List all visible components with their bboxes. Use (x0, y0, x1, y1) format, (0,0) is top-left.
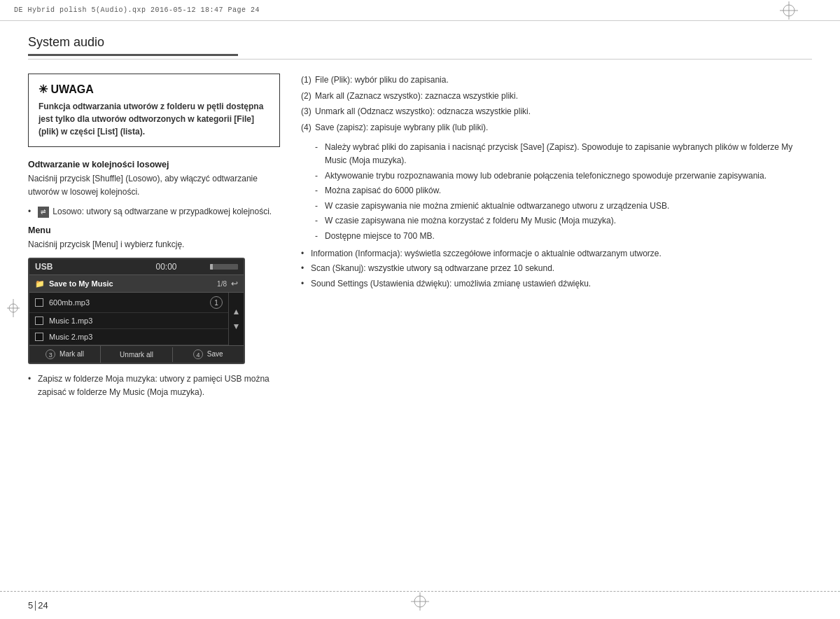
page-separator (35, 601, 36, 611)
file-name-1: 600mb.mp3 (49, 298, 207, 307)
badge-save: 4 (193, 349, 203, 359)
num-item-1: (1) File (Plik): wybór pliku do zapisani… (301, 74, 812, 87)
usb-label: USB (35, 262, 122, 272)
unmark-all-label: Unmark all (120, 351, 153, 359)
dash-item-1: Należy wybrać pliki do zapisania i nacis… (315, 141, 812, 167)
page-content: System audio ✳ UWAGA Funkcja odtwarzania… (0, 21, 840, 591)
file-row-1[interactable]: 600mb.mp3 1 (29, 293, 228, 313)
footer: 524 (0, 591, 840, 619)
text-1: File (Plik): wybór pliku do zapisania. (315, 75, 449, 85)
full-divider (28, 59, 812, 60)
scroll-arrows: ▲ ▼ (228, 293, 244, 345)
usb-header: USB 00:00 (29, 259, 244, 275)
section-divider (28, 54, 238, 56)
numbered-list: (1) File (Plik): wybór pliku do zapisani… (301, 74, 812, 134)
badge-mark-all: 3 (46, 349, 55, 359)
section-header: System audio (28, 35, 812, 60)
page-num-2: 24 (38, 600, 48, 611)
num-item-3: (3) Unmark all (Odznacz wszystko): odzna… (301, 105, 812, 118)
scroll-up-arrow[interactable]: ▲ (232, 305, 241, 319)
info-bullet: Information (Informacja): wyświetla szcz… (301, 247, 812, 260)
badge-1: 1 (210, 296, 223, 309)
usb-progress-fill (210, 264, 213, 270)
usb-progress-indicator (210, 264, 238, 270)
right-column: (1) File (Plik): wybór pliku do zapisani… (301, 74, 812, 406)
top-crosshair-icon (780, 1, 798, 20)
scroll-down-arrow[interactable]: ▼ (232, 319, 241, 334)
dash-item-5: W czasie zapisywana nie można korzystać … (315, 214, 812, 228)
file-row-3[interactable]: Music 2.mp3 (29, 329, 228, 345)
action-bar: 3 Mark all Unmark all 4 Save (29, 345, 244, 363)
checkbox-1[interactable] (35, 298, 43, 307)
page-indicator: 1/8 (217, 280, 227, 288)
back-icon[interactable]: ↩ (231, 279, 238, 288)
left-column: ✳ UWAGA Funkcja odtwarzania utworów z fo… (28, 74, 280, 406)
num-4: (4) (301, 121, 312, 134)
usb-time: 00:00 (122, 262, 210, 272)
page-number: 524 (28, 600, 48, 611)
scan-bullet: Scan (Skanuj): wszystkie utwory są odtwa… (301, 262, 812, 275)
checkbox-2[interactable] (35, 317, 43, 325)
text-4: Save (zapisz): zapisuje wybrany plik (lu… (315, 123, 488, 132)
folder-icon: 📁 (35, 279, 45, 288)
uwaga-text: Funkcja odtwarzania utworów z folderu w … (38, 100, 270, 138)
random-heading: Odtwarzanie w kolejności losowej (28, 160, 280, 169)
file-list: 600mb.mp3 1 Music 1.mp3 Music 2.mp3 (29, 293, 228, 345)
right-bullets: Information (Informacja): wyświetla szcz… (301, 247, 812, 291)
sound-bullet: Sound Settings (Ustawienia dźwięku): umo… (301, 277, 812, 291)
text-3: Unmark all (Odznacz wszystko): odznacza … (315, 106, 531, 116)
checkbox-3[interactable] (35, 333, 43, 341)
dash-item-6: Dostępne miejsce to 700 MB. (315, 230, 812, 243)
page-num-1: 5 (28, 600, 33, 611)
save-to-my-music-row[interactable]: 📁 Save to My Music 1/8 ↩ (29, 275, 244, 293)
unmark-all-btn[interactable]: Unmark all (101, 347, 172, 362)
save-label: Save (207, 350, 223, 358)
num-item-4: (4) Save (zapisz): zapisuje wybrany plik… (301, 121, 812, 134)
random-text: Naciśnij przycisk [Shuffle] (Losowo), ab… (28, 172, 280, 198)
save-folder-bullet: Zapisz w folderze Moja muzyka: utwory z … (28, 373, 280, 398)
file-list-area: 600mb.mp3 1 Music 1.mp3 Music 2.mp3 (29, 293, 244, 345)
reg-text: DE Hybrid polish 5(Audio).qxp 2016-05-12… (14, 6, 260, 14)
bottom-bullets: Zapisz w folderze Moja muzyka: utwory z … (28, 373, 280, 398)
dash-item-3: Można zapisać do 6000 plików. (315, 184, 812, 197)
num-item-2: (2) Mark all (Zaznacz wszystko): zaznacz… (301, 90, 812, 103)
num-3: (3) (301, 105, 312, 118)
section-title: System audio (28, 35, 812, 53)
dash-list: Należy wybrać pliki do zapisania i nacis… (315, 141, 812, 242)
file-name-3: Music 2.mp3 (49, 333, 223, 341)
registration-bar: DE Hybrid polish 5(Audio).qxp 2016-05-12… (0, 0, 840, 21)
dash-item-4: W czasie zapisywania nie można zmienić a… (315, 200, 812, 213)
num-1: (1) (301, 74, 312, 87)
save-btn[interactable]: 4 Save (173, 346, 244, 363)
dash-item-2: Aktywowanie trybu rozpoznawania mowy lub… (315, 169, 812, 183)
two-col-layout: ✳ UWAGA Funkcja odtwarzania utworów z fo… (28, 74, 812, 406)
text-2: Mark all (Zaznacz wszystko): zaznacza ws… (315, 91, 518, 101)
file-row-2[interactable]: Music 1.mp3 (29, 313, 228, 329)
usb-screen: USB 00:00 📁 Save to My Music 1/8 ↩ (28, 258, 245, 364)
mark-all-btn[interactable]: 3 Mark all (29, 346, 101, 363)
shuffle-icon: ⇌ (38, 207, 49, 218)
bottom-crosshair (411, 592, 429, 613)
uwaga-title: ✳ UWAGA (38, 83, 270, 96)
menu-heading: Menu (28, 225, 280, 235)
uwaga-box: ✳ UWAGA Funkcja odtwarzania utworów z fo… (28, 74, 280, 147)
save-to-my-music-label: Save to My Music (49, 279, 217, 288)
mark-all-label: Mark all (59, 350, 84, 358)
num-2: (2) (301, 90, 312, 103)
menu-text: Naciśnij przycisk [Menu] i wybierz funkc… (28, 238, 280, 251)
random-bullets: ⇌ Losowo: utwory są odtwarzane w przypad… (28, 205, 280, 218)
file-name-2: Music 1.mp3 (49, 317, 223, 325)
random-bullet-item: ⇌ Losowo: utwory są odtwarzane w przypad… (28, 205, 280, 218)
